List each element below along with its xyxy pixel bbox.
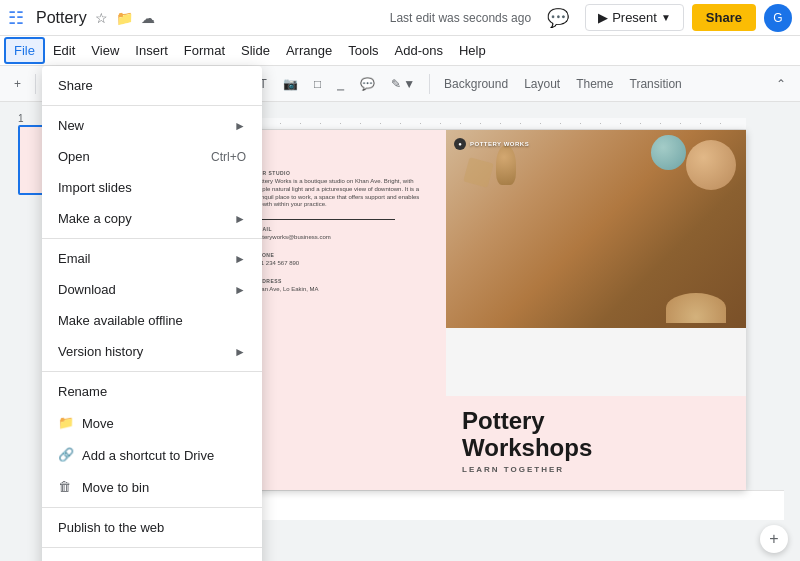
dropdown-move-label: Move <box>82 416 114 431</box>
arrow-icon: ► <box>234 119 246 133</box>
cloud-icon[interactable]: ☁ <box>141 10 155 26</box>
menu-item-tools[interactable]: Tools <box>340 39 386 62</box>
slide-canvas[interactable]: Information OUR STUDIO Pottery Works is … <box>186 130 746 490</box>
trash-icon: 🗑 <box>58 479 74 495</box>
email-value: potteryworks@business.com <box>254 234 430 242</box>
dropdown-rename[interactable]: Rename <box>42 376 262 407</box>
pottery-tagline: LEARN TOGETHER <box>462 465 730 474</box>
dropdown-new[interactable]: New ► <box>42 110 262 141</box>
menu-bar: File Edit View Insert Format Slide Arran… <box>0 36 800 66</box>
shortcut-icon: 🔗 <box>58 447 74 463</box>
transition-button[interactable]: Transition <box>624 73 688 95</box>
chevron-down-icon: ▼ <box>403 77 415 91</box>
dropdown-shortcut-drive[interactable]: 🔗 Add a shortcut to Drive <box>42 439 262 471</box>
menu-item-file[interactable]: File <box>4 37 45 64</box>
dropdown-open-label: Open <box>58 149 90 164</box>
dropdown-import-label: Import slides <box>58 180 132 195</box>
add-slide-fab[interactable]: + <box>760 525 788 553</box>
pottery-title-line2: Workshops <box>462 434 592 461</box>
menu-item-insert[interactable]: Insert <box>127 39 176 62</box>
last-edit-text: Last edit was seconds ago <box>390 11 531 25</box>
dropdown-move-inner: 📁 Move <box>58 415 114 431</box>
email-section: EMAIL potteryworks@business.com <box>254 226 430 242</box>
menu-item-format[interactable]: Format <box>176 39 233 62</box>
pottery-image <box>446 130 746 328</box>
image-button[interactable]: 📷 <box>277 73 304 95</box>
share-button[interactable]: Share <box>692 4 756 31</box>
arrow-icon-email: ► <box>234 252 246 266</box>
dropdown-import[interactable]: Import slides <box>42 172 262 203</box>
pottery-logo-text: POTTERY WORKS <box>470 141 529 147</box>
slide-left-content: OUR STUDIO Pottery Works is a boutique s… <box>254 150 430 304</box>
studio-section: OUR STUDIO Pottery Works is a boutique s… <box>254 170 430 209</box>
slide-right-panel: ● POTTERY WORKS Pottery Workshops LEARN … <box>446 130 746 490</box>
menu-item-slide[interactable]: Slide <box>233 39 278 62</box>
chevron-down-icon[interactable]: ▼ <box>661 12 671 23</box>
dropdown-rename-label: Rename <box>58 384 107 399</box>
dropdown-shortcut-inner: 🔗 Add a shortcut to Drive <box>58 447 214 463</box>
pottery-logo: ● POTTERY WORKS <box>454 138 529 150</box>
pottery-main-title: Pottery Workshops <box>462 408 730 461</box>
phone-value: +01 234 567 890 <box>254 260 430 268</box>
toolbar-separator-3 <box>429 74 430 94</box>
menu-item-addons[interactable]: Add-ons <box>387 39 451 62</box>
comment-button[interactable]: 💬 <box>354 73 381 95</box>
collapse-toolbar-button[interactable]: ⌃ <box>770 73 792 95</box>
dropdown-download[interactable]: Download ► <box>42 274 262 305</box>
dropdown-email[interactable]: Email ► <box>42 243 262 274</box>
dropdown-sep-3 <box>42 371 262 372</box>
menu-item-edit[interactable]: Edit <box>45 39 83 62</box>
menu-item-arrange[interactable]: Arrange <box>278 39 340 62</box>
phone-section: PHONE +01 234 567 890 <box>254 252 430 268</box>
title-bar: ☷ Pottery ☆ 📁 ☁ Last edit was seconds ag… <box>0 0 800 36</box>
paint-button[interactable]: ✎ ▼ <box>385 73 421 95</box>
dropdown-email-label: Email <box>58 251 91 266</box>
dropdown-bin-label: Move to bin <box>82 480 149 495</box>
address-label: ADDRESS <box>254 278 430 284</box>
dropdown-copy[interactable]: Make a copy ► <box>42 203 262 234</box>
menu-item-help[interactable]: Help <box>451 39 494 62</box>
present-button[interactable]: ▶ Present ▼ <box>585 4 684 31</box>
dropdown-open[interactable]: Open Ctrl+O <box>42 141 262 172</box>
background-button[interactable]: Background <box>438 73 514 95</box>
folder-icon[interactable]: 📁 <box>116 10 133 26</box>
line-button[interactable]: ⎯ <box>331 73 350 95</box>
dropdown-move[interactable]: 📁 Move <box>42 407 262 439</box>
slide-number: 1 <box>18 113 24 124</box>
pottery-bowl-2 <box>651 135 686 170</box>
studio-text: Pottery Works is a boutique studio on Kh… <box>254 178 430 209</box>
menu-item-view[interactable]: View <box>83 39 127 62</box>
dropdown-bin-inner: 🗑 Move to bin <box>58 479 149 495</box>
theme-button[interactable]: Theme <box>570 73 619 95</box>
pottery-vase <box>496 145 516 185</box>
pottery-plate <box>666 293 726 323</box>
dropdown-version[interactable]: Version history ► <box>42 336 262 367</box>
star-icon[interactable]: ☆ <box>95 10 108 26</box>
dropdown-share-label: Share <box>58 78 93 93</box>
dropdown-open-shortcut: Ctrl+O <box>211 150 246 164</box>
layout-button[interactable]: Layout <box>518 73 566 95</box>
document-title[interactable]: Pottery <box>36 9 87 27</box>
add-slide-button[interactable]: + <box>8 73 27 95</box>
dropdown-share[interactable]: Share <box>42 70 262 101</box>
dropdown-shortcut-label: Add a shortcut to Drive <box>82 448 214 463</box>
pottery-text-area: Pottery Workshops LEARN TOGETHER <box>446 396 746 490</box>
shapes-button[interactable]: □ <box>308 73 327 95</box>
pottery-logo-icon: ● <box>454 138 466 150</box>
dropdown-download-label: Download <box>58 282 116 297</box>
present-label: Present <box>612 10 657 25</box>
divider <box>254 219 395 220</box>
dropdown-bin[interactable]: 🗑 Move to bin <box>42 471 262 503</box>
studio-label: OUR STUDIO <box>254 170 430 176</box>
phone-label: PHONE <box>254 252 430 258</box>
avatar[interactable]: G <box>764 4 792 32</box>
comments-icon[interactable]: 💬 <box>547 7 569 29</box>
dropdown-details[interactable]: Document details <box>42 552 262 561</box>
email-label: EMAIL <box>254 226 430 232</box>
dropdown-sep-5 <box>42 547 262 548</box>
dropdown-publish[interactable]: Publish to the web <box>42 512 262 543</box>
dropdown-version-label: Version history <box>58 344 143 359</box>
dropdown-new-label: New <box>58 118 84 133</box>
address-value: Khan Ave, Lo Eakin, MA <box>254 286 430 294</box>
dropdown-offline[interactable]: Make available offline <box>42 305 262 336</box>
